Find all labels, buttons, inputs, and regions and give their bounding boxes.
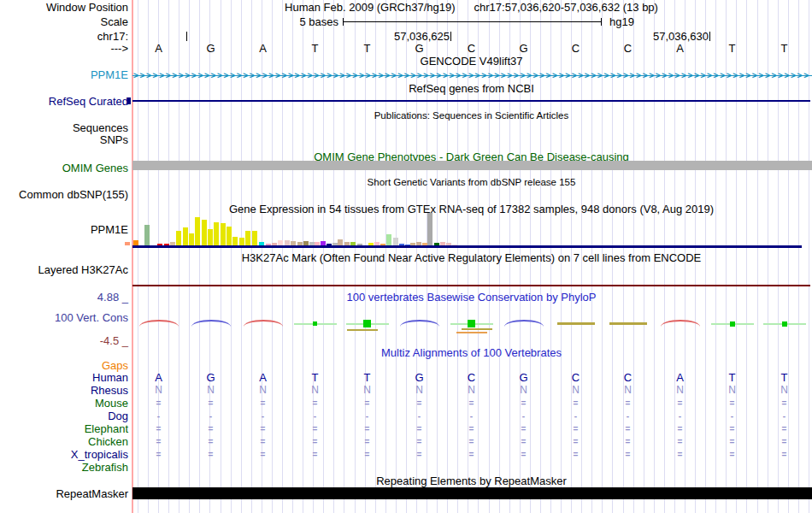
alignment-symbol: N <box>497 385 550 396</box>
alignment-symbol: = <box>341 398 393 409</box>
alignment-symbol: T <box>289 372 341 383</box>
alignment-symbol: N <box>237 385 289 396</box>
alignment-symbol: T <box>341 372 393 383</box>
alignment-symbol: = <box>445 449 497 460</box>
alignment-symbol: N <box>602 385 654 396</box>
alignment-symbol: - <box>237 410 289 422</box>
alignment-symbol: = <box>185 449 237 460</box>
alignment-symbol: A <box>654 372 706 383</box>
species-label-elephant[interactable]: Elephant <box>0 423 128 434</box>
multiz-alignment[interactable]: HumanAGATTGCGCCATTRhesusNNNNNNNNNNNNNMou… <box>0 0 812 513</box>
alignment-symbol: = <box>341 436 393 447</box>
alignment-symbol: G <box>185 372 237 383</box>
alignment-symbol: G <box>393 372 445 383</box>
alignment-symbol: N <box>445 385 497 396</box>
alignment-symbol: N <box>132 385 185 396</box>
track-title-repeatmasker[interactable]: Repeating Elements by RepeatMasker <box>132 475 810 486</box>
alignment-symbol: - <box>497 410 550 422</box>
alignment-symbol: = <box>393 449 445 460</box>
alignment-symbol: A <box>132 372 185 383</box>
alignment-symbol: = <box>758 449 810 460</box>
alignment-symbol: C <box>445 372 497 383</box>
species-label-rhesus[interactable]: Rhesus <box>0 385 128 396</box>
alignment-symbol: = <box>237 436 289 447</box>
alignment-symbol: - <box>132 410 185 422</box>
alignment-symbol: = <box>602 423 654 434</box>
alignment-symbol: = <box>654 398 706 409</box>
alignment-symbol: = <box>602 436 654 447</box>
alignment-symbol: = <box>289 436 341 447</box>
species-label-x_tropicalis[interactable]: X_tropicalis <box>0 449 128 460</box>
alignment-symbol: N <box>758 385 810 396</box>
alignment-symbol: = <box>758 423 810 434</box>
alignment-symbol: = <box>602 449 654 460</box>
alignment-symbol: - <box>393 410 445 422</box>
alignment-symbol: = <box>341 423 393 434</box>
alignment-symbol: = <box>289 423 341 434</box>
alignment-symbol: N <box>289 385 341 396</box>
alignment-symbol: = <box>654 423 706 434</box>
alignment-symbol: N <box>654 385 706 396</box>
alignment-symbol: = <box>497 423 550 434</box>
alignment-symbol: = <box>497 449 550 460</box>
alignment-symbol: = <box>497 436 550 447</box>
alignment-symbol: N <box>185 385 237 396</box>
alignment-symbol: = <box>445 423 497 434</box>
alignment-symbol: N <box>706 385 758 396</box>
species-label-zebrafish[interactable]: Zebrafish <box>0 462 128 473</box>
alignment-symbol: = <box>445 436 497 447</box>
alignment-symbol: = <box>289 398 341 409</box>
alignment-symbol: = <box>550 436 602 447</box>
alignment-symbol: = <box>132 436 185 447</box>
alignment-symbol: = <box>393 436 445 447</box>
alignment-symbol: = <box>758 436 810 447</box>
alignment-symbol: = <box>237 423 289 434</box>
alignment-symbol: = <box>185 398 237 409</box>
alignment-symbol: - <box>602 410 654 422</box>
alignment-symbol: = <box>237 398 289 409</box>
alignment-symbol: = <box>132 398 185 409</box>
alignment-symbol: = <box>132 449 185 460</box>
alignment-symbol: - <box>341 410 393 422</box>
alignment-symbol: G <box>497 372 550 383</box>
alignment-symbol: = <box>185 436 237 447</box>
alignment-symbol: = <box>706 423 758 434</box>
alignment-symbol: C <box>550 372 602 383</box>
alignment-symbol: = <box>185 423 237 434</box>
alignment-symbol: - <box>445 410 497 422</box>
alignment-symbol: = <box>654 449 706 460</box>
alignment-symbol: - <box>706 410 758 422</box>
species-label-chicken[interactable]: Chicken <box>0 436 128 447</box>
alignment-symbol: - <box>185 410 237 422</box>
alignment-symbol: = <box>654 436 706 447</box>
alignment-symbol: = <box>706 449 758 460</box>
alignment-symbol: T <box>758 372 810 383</box>
alignment-symbol: = <box>393 423 445 434</box>
repeatmasker-dense-bar[interactable] <box>132 487 812 499</box>
alignment-symbol: = <box>602 398 654 409</box>
alignment-symbol: T <box>706 372 758 383</box>
alignment-symbol: = <box>445 398 497 409</box>
alignment-symbol: = <box>706 398 758 409</box>
alignment-symbol: = <box>237 449 289 460</box>
species-label-human[interactable]: Human <box>0 372 128 383</box>
alignment-symbol: - <box>758 410 810 422</box>
alignment-symbol: = <box>393 398 445 409</box>
alignment-symbol: - <box>550 410 602 422</box>
alignment-symbol: = <box>550 423 602 434</box>
alignment-symbol: N <box>341 385 393 396</box>
ucsc-genome-browser: Window Position Human Feb. 2009 (GRCh37/… <box>0 0 812 513</box>
alignment-symbol: = <box>341 449 393 460</box>
alignment-symbol: A <box>237 372 289 383</box>
species-label-dog[interactable]: Dog <box>0 410 128 422</box>
alignment-symbol: = <box>132 423 185 434</box>
alignment-symbol: N <box>550 385 602 396</box>
alignment-symbol: = <box>758 398 810 409</box>
species-label-mouse[interactable]: Mouse <box>0 398 128 409</box>
alignment-symbol: N <box>393 385 445 396</box>
alignment-symbol: = <box>550 449 602 460</box>
alignment-symbol: - <box>654 410 706 422</box>
alignment-symbol: = <box>289 449 341 460</box>
repeatmasker-label[interactable]: RepeatMasker <box>0 488 128 499</box>
alignment-symbol: = <box>550 398 602 409</box>
